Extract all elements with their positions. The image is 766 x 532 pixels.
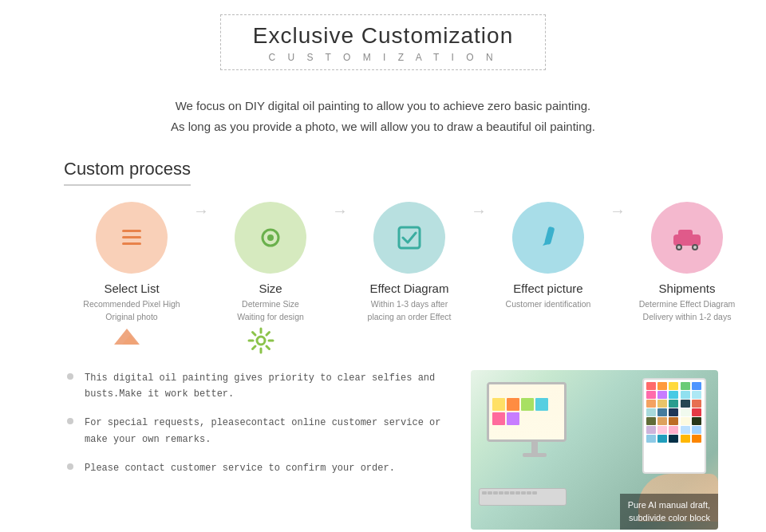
palette-cell-4: [692, 382, 701, 390]
header-section: Exclusive Customization C U S T O M I Z …: [0, 0, 766, 78]
palette-cell-6: [657, 391, 667, 399]
step-desc-effect-diagram: Within 1-3 days afterplacing an order Ef…: [368, 298, 452, 324]
palette-cell-23: [681, 417, 690, 425]
dot-list-item-0: This digital oil painting gives priority…: [64, 370, 447, 403]
arrow-icon-3: →: [610, 202, 626, 220]
palette-cell-1: [657, 382, 667, 390]
svg-rect-2: [122, 242, 141, 245]
step-circle-select-list: [96, 202, 168, 274]
process-section: Custom process Select ListRecommended Pi…: [64, 159, 718, 354]
palette-cell-20: [646, 417, 656, 425]
palette-cell-15: [646, 408, 656, 416]
caption-line2: subdivide color block: [629, 513, 710, 522]
image-section: Pure AI manual draft, subdivide color bl…: [471, 370, 718, 530]
gear-icon: [247, 327, 274, 354]
step-circle-shipments: [651, 202, 723, 274]
arrow-icon-0: →: [193, 202, 209, 220]
palette-cell-3: [681, 382, 690, 390]
arrow-0: →: [193, 202, 209, 254]
palette-cell-10: [646, 400, 656, 408]
monitor-base: [523, 453, 547, 457]
description-section: We focus on DIY digital oil painting to …: [72, 96, 694, 136]
sticky-notes: [489, 395, 564, 428]
palette-cell-0: [646, 382, 656, 390]
arrow-icon-1: →: [332, 202, 348, 220]
mountain-icon: [113, 327, 141, 345]
palette-cell-9: [692, 391, 701, 399]
image-caption: Pure AI manual draft, subdivide color bl…: [620, 494, 718, 530]
step-desc-size: Determine SizeWaiting for design: [237, 298, 304, 324]
svg-point-4: [267, 234, 274, 241]
step-circle-effect-picture: [512, 202, 584, 274]
step-desc-shipments: Determine Effect DiagramDelivery within …: [639, 298, 736, 324]
dot-1: [67, 418, 73, 424]
header-title: Exclusive Customization: [253, 23, 513, 49]
dot-text-2: Please contact customer service to confi…: [85, 460, 395, 476]
palette-cell-12: [669, 400, 678, 408]
svg-rect-1: [122, 236, 141, 238]
svg-line-24: [252, 346, 255, 349]
palette-cell-24: [692, 417, 701, 425]
dot-text-0: This digital oil painting gives priority…: [85, 370, 447, 403]
palette-cell-33: [681, 435, 690, 443]
pencil-icon: [534, 223, 563, 252]
palette-cell-8: [681, 391, 690, 399]
dot-list-item-1: For special requests, pleasecontact onli…: [64, 415, 447, 447]
dot-list-section: This digital oil painting gives priority…: [64, 370, 447, 490]
header-border-box: Exclusive Customization C U S T O M I Z …: [220, 14, 546, 70]
palette-cell-26: [657, 426, 667, 434]
arrow-1: →: [332, 202, 348, 254]
svg-point-16: [257, 337, 265, 345]
palette-cell-2: [669, 382, 678, 390]
step-label-shipments: Shipments: [659, 282, 716, 295]
palette-cell-5: [646, 391, 656, 399]
palette-cell-7: [669, 391, 678, 399]
dot-list-item-2: Please contact customer service to confi…: [64, 460, 447, 476]
palette-cell-17: [669, 408, 678, 416]
palette-cell-34: [692, 435, 701, 443]
sub-icon-size: [206, 327, 315, 354]
dot-text-1: For special requests, pleasecontact onli…: [85, 415, 447, 447]
arrow-2: →: [471, 202, 487, 254]
palette-cell-21: [657, 417, 667, 425]
svg-point-13: [693, 246, 697, 249]
checkmark-icon: [395, 223, 424, 252]
step-item-size: SizeDetermine SizeWaiting for design: [211, 202, 330, 324]
step-label-select-list: Select List: [104, 282, 159, 295]
step-label-effect-diagram: Effect Diagram: [370, 282, 449, 295]
sub-icon-select-list: [72, 327, 181, 345]
step-circle-size: [235, 202, 306, 274]
palette-cell-22: [669, 417, 678, 425]
dot-col-1: [64, 415, 77, 424]
caption-line1: Pure AI manual draft,: [628, 500, 710, 510]
keyboard: [479, 488, 567, 506]
car-icon: [670, 223, 704, 252]
svg-point-11: [677, 246, 681, 249]
bottom-section: This digital oil painting gives priority…: [64, 370, 718, 530]
step-desc-select-list: Recommended Pixel HighOriginal photo: [83, 298, 180, 324]
svg-line-22: [267, 346, 270, 349]
palette-tablet: [642, 378, 706, 474]
monitor-stand: [531, 442, 538, 453]
sub-icons-row: [64, 327, 718, 354]
dot-0: [67, 373, 73, 380]
palette-cell-32: [669, 435, 678, 443]
process-title: Custom process: [64, 159, 191, 186]
step-circle-effect-diagram: [373, 202, 445, 274]
dot-col-0: [64, 370, 77, 380]
palette-cell-28: [681, 426, 690, 434]
size-icon: [256, 223, 285, 252]
palette-cell-13: [681, 400, 690, 408]
step-item-select-list: Select ListRecommended Pixel HighOrigina…: [72, 202, 192, 324]
monitor-screen: [489, 384, 564, 439]
header-subtitle: C U S T O M I Z A T I O N: [253, 52, 513, 63]
dot-2: [67, 463, 73, 470]
list-icon: [117, 223, 146, 252]
arrow-icon-2: →: [471, 202, 487, 220]
svg-rect-9: [678, 230, 693, 239]
palette-cell-29: [692, 426, 701, 434]
description-line2: As long as you provide a photo, we will …: [72, 116, 694, 137]
palette-cell-25: [646, 426, 656, 434]
palette-cell-19: [692, 408, 701, 416]
palette-cell-16: [657, 408, 667, 416]
